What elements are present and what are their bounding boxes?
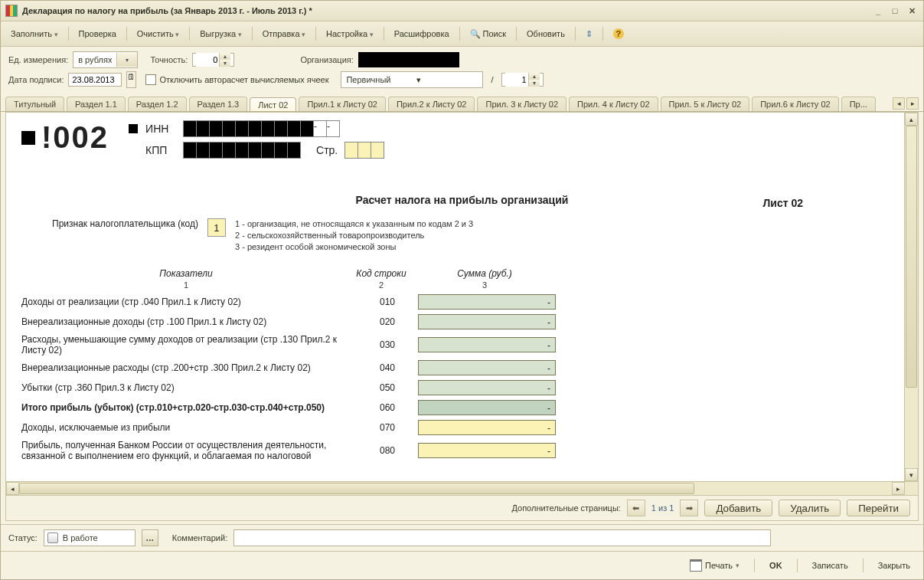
scroll-down-icon[interactable]: ▾ xyxy=(905,468,918,481)
tab-пр...[interactable]: Пр... xyxy=(841,97,876,111)
table-header: Показатели Код строки Сумма (руб.) xyxy=(21,268,903,279)
pager-prev-button[interactable]: ⬅ xyxy=(627,500,645,516)
row-label: Доходы от реализации (стр .040 Прил.1 к … xyxy=(21,297,357,307)
row-label: Убытки (стр .360 Прил.3 к Листу 02) xyxy=(21,382,357,393)
maximize-button[interactable]: □ xyxy=(888,4,902,18)
tab-титульный[interactable]: Титульный xyxy=(5,97,64,111)
close-button[interactable]: Закрыть xyxy=(873,559,916,572)
close-window-button[interactable]: ✕ xyxy=(905,4,919,18)
row-value-input[interactable]: - xyxy=(418,337,556,352)
save-button[interactable]: Записать xyxy=(807,559,854,572)
separator xyxy=(575,27,576,41)
row-label: Итого прибыль (убыток) (стр.010+стр.020-… xyxy=(21,402,357,413)
table-row: Доходы, исключаемые из прибыли070- xyxy=(21,420,903,435)
tab-прил.-5-к-листу-02[interactable]: Прил. 5 к Листу 02 xyxy=(661,97,750,111)
tab-прил.-3-к-листу-02[interactable]: Прил. 3 к Листу 02 xyxy=(477,97,566,111)
row-code: 050 xyxy=(357,382,418,393)
date-input[interactable] xyxy=(68,73,122,87)
fill-button[interactable]: Заполнить xyxy=(5,27,64,41)
page-label: Стр. xyxy=(316,144,338,156)
separator xyxy=(189,27,190,41)
settings-button[interactable]: Настройка xyxy=(321,27,379,41)
expand-button[interactable]: ⇕ xyxy=(580,27,598,41)
scroll-right-icon[interactable]: ▸ xyxy=(892,482,905,495)
spin-up-icon[interactable]: ▴ xyxy=(219,53,230,60)
tab-раздел-1.3[interactable]: Раздел 1.3 xyxy=(189,97,248,111)
separator xyxy=(863,559,864,572)
check-button[interactable]: Проверка xyxy=(73,27,122,41)
tab-прил.6-к-листу-02[interactable]: Прил.6 к Листу 02 xyxy=(752,97,839,111)
correction-number-spinner[interactable]: ▴ ▾ xyxy=(501,73,544,87)
row-label: Расходы, уменьшающие сумму доходов от ре… xyxy=(21,334,357,356)
minimize-button[interactable]: _ xyxy=(871,4,885,18)
row-value-input[interactable]: - xyxy=(418,314,556,329)
comment-input[interactable] xyxy=(233,529,771,546)
spin-down-icon[interactable]: ▾ xyxy=(528,80,540,87)
status-field[interactable]: В работе xyxy=(44,529,135,546)
detail-button[interactable]: Расшифровка xyxy=(389,27,455,41)
search-button[interactable]: 🔍Поиск xyxy=(465,27,511,41)
precision-spinner[interactable]: ▴ ▾ xyxy=(192,53,234,67)
goto-page-button[interactable]: Перейти xyxy=(847,500,910,516)
spin-up-icon[interactable]: ▴ xyxy=(528,73,540,80)
row-value-input[interactable]: - xyxy=(418,443,556,458)
col-num: 1 xyxy=(21,280,351,290)
scroll-thumb[interactable] xyxy=(906,126,917,388)
delete-page-button[interactable]: Удалить xyxy=(779,500,841,516)
print-button[interactable]: Печать xyxy=(684,557,745,574)
tab-раздел-1.1[interactable]: Раздел 1.1 xyxy=(67,97,126,111)
sheet-tabstrip: ТитульныйРаздел 1.1Раздел 1.2Раздел 1.3Л… xyxy=(1,91,923,112)
ok-button[interactable]: OK xyxy=(764,559,788,572)
calendar-button[interactable]: 🗓 xyxy=(126,71,136,88)
search-label: Поиск xyxy=(483,29,506,38)
table-row: Расходы, уменьшающие сумму доходов от ре… xyxy=(21,334,903,356)
precision-value[interactable] xyxy=(196,53,219,67)
row-value-input[interactable]: - xyxy=(418,360,556,375)
horizontal-scrollbar[interactable]: ◂ ▸ xyxy=(6,481,905,495)
legend-line: 3 - резидент особой экономической зоны xyxy=(235,241,473,253)
row-value-input[interactable]: - xyxy=(418,400,556,415)
row-value-input[interactable]: - xyxy=(418,294,556,310)
table-subheader: 1 2 3 xyxy=(21,280,903,290)
row-value-input[interactable]: - xyxy=(418,380,556,395)
add-page-button[interactable]: Добавить xyxy=(704,500,772,516)
tab-прил.-4-к-листу-02[interactable]: Прил. 4 к Листу 02 xyxy=(569,97,658,111)
tab-прил.1-к-листу-02[interactable]: Прил.1 к Листу 02 xyxy=(299,97,386,111)
send-button[interactable]: Отправка xyxy=(257,27,311,41)
tab-лист-02[interactable]: Лист 02 xyxy=(250,97,296,112)
organization-field[interactable] xyxy=(358,52,459,67)
org-label: Организация: xyxy=(300,55,353,64)
app-icon xyxy=(5,5,18,17)
pager-next-button[interactable]: ➡ xyxy=(680,500,698,516)
tab-прил.2-к-листу-02[interactable]: Прил.2 к Листу 02 xyxy=(388,97,475,111)
kpp-cells[interactable] xyxy=(184,142,301,159)
help-button[interactable]: ? xyxy=(608,26,629,41)
status-picker-button[interactable]: … xyxy=(142,529,158,546)
taxpayer-sign-input[interactable]: 1 xyxy=(207,218,226,237)
doctype-select[interactable]: Первичный ▾ xyxy=(341,71,483,88)
row-value-input[interactable]: - xyxy=(418,420,556,435)
tab-scroll-nav: ◂ ▸ xyxy=(893,97,919,111)
legend-line: 2 - сельскохозяйственный товаропроизводи… xyxy=(235,230,473,241)
col-linecode: Код строки xyxy=(351,268,412,279)
tab-scroll-left-button[interactable]: ◂ xyxy=(893,97,905,110)
page-cells[interactable] xyxy=(345,142,384,159)
export-button[interactable]: Выгрузка xyxy=(194,27,247,41)
scroll-left-icon[interactable]: ◂ xyxy=(6,482,19,495)
status-value: В работе xyxy=(63,533,98,542)
tab-раздел-1.2[interactable]: Раздел 1.2 xyxy=(128,97,187,111)
tab-scroll-right-button[interactable]: ▸ xyxy=(906,97,919,110)
unit-select[interactable]: в рублях ▾ xyxy=(73,51,138,68)
scroll-thumb[interactable] xyxy=(19,483,694,494)
inn-cells[interactable]: -- xyxy=(184,120,340,137)
clear-button[interactable]: Очистить xyxy=(132,27,184,41)
kpp-label: КПП xyxy=(145,144,176,156)
vertical-scrollbar[interactable]: ▴ ▾ xyxy=(904,113,918,481)
disable-autocalc-checkbox[interactable]: Отключить авторасчет вычисляемых ячеек xyxy=(145,74,328,85)
taxpayer-sign-label: Признак налогоплательщика (код) xyxy=(52,218,198,229)
correction-value[interactable] xyxy=(505,73,528,87)
scroll-up-icon[interactable]: ▴ xyxy=(905,113,918,126)
spin-down-icon[interactable]: ▾ xyxy=(219,60,230,67)
refresh-button[interactable]: Обновить xyxy=(521,27,570,41)
separator xyxy=(315,27,316,41)
